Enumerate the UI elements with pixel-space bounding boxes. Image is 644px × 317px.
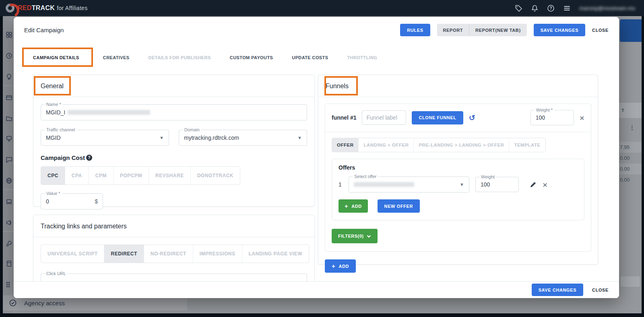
filters-button[interactable]: FILTERS(0): [332, 229, 378, 243]
offer-weight-label: Weight: [479, 174, 496, 179]
notifications-bell-icon[interactable]: [531, 4, 539, 12]
publisher-megaphone-icon[interactable]: [6, 219, 12, 226]
tab-campaign-details[interactable]: CAMPAIGN DETAILS: [33, 55, 79, 60]
conversations-chat-icon[interactable]: [6, 156, 12, 163]
edit-offer-pencil-icon[interactable]: [530, 181, 537, 188]
cost-value-field[interactable]: Value * 0 $: [41, 193, 103, 209]
chevron-down-icon: [367, 234, 371, 238]
cost-type-popcpm[interactable]: POPCPM: [114, 167, 149, 184]
landing-pages-icon[interactable]: [6, 135, 12, 142]
cost-type-cpa[interactable]: CPA: [65, 167, 89, 184]
edit-campaign-modal: Edit Campaign RULES REPORT REPORT(NEW TA…: [14, 17, 619, 298]
cost-type-cpc[interactable]: CPC: [41, 167, 65, 184]
help-icon[interactable]: ?: [547, 4, 555, 12]
background-table-value: 7.95: [619, 142, 642, 153]
reset-funnel-icon[interactable]: ↺: [469, 114, 475, 122]
tab-details-for-publishers[interactable]: DETAILS FOR PUBLISHERS: [149, 55, 211, 60]
add-offer-button[interactable]: + ADD: [339, 199, 368, 213]
offers-title: Offers: [339, 164, 578, 171]
kebab-menu-icon: ⋮: [629, 124, 635, 131]
new-offer-button[interactable]: NEW OFFER: [378, 199, 420, 213]
path-tab-prelanding-landing-offer[interactable]: PRE-LANDING > LANDING > OFFER: [414, 138, 509, 152]
campaign-name-field[interactable]: Name * MGID_I: [41, 104, 307, 120]
value-field-value: 0: [46, 198, 49, 205]
clone-funnel-button[interactable]: CLONE FUNNEL: [412, 111, 463, 124]
dashboard-icon[interactable]: [6, 31, 12, 38]
save-changes-button-bottom[interactable]: SAVE CHANGES: [532, 284, 583, 296]
funnel-card: funnel #1 CLONE FUNNEL ↺ Weight * 100 × …: [325, 104, 591, 252]
report-button[interactable]: REPORT: [437, 24, 469, 36]
modal-footer: SAVE CHANGES CLOSE: [14, 281, 619, 298]
tracking-funnel-icon[interactable]: [6, 73, 12, 80]
user-email[interactable]: marcinp@mostream.mo: [579, 5, 635, 11]
domain-label: Domain: [183, 127, 201, 132]
billing-calculator-icon[interactable]: [6, 260, 12, 267]
cost-type-group: CPC CPA CPM POPCPM REVSHARE DONOTTRACK: [41, 166, 240, 185]
path-tab-offer[interactable]: OFFER: [332, 138, 359, 152]
tracking-tab-impressions[interactable]: IMPRESSIONS: [193, 245, 242, 263]
path-tab-template[interactable]: TEMPLATE: [509, 138, 545, 152]
sidebar-ghost: [3, 16, 15, 313]
tracking-tab-universal-script[interactable]: UNIVERSAL SCRIPT: [41, 245, 104, 263]
tools-wrench-icon[interactable]: [6, 240, 12, 247]
domain-select[interactable]: Domain mytracking.rdtrck.com ▼: [179, 130, 307, 146]
check-circle-icon: [9, 299, 17, 307]
close-button-top[interactable]: CLOSE: [592, 28, 609, 33]
select-offer-dropdown[interactable]: Select offer ▼: [349, 176, 469, 193]
path-tab-landing-offer[interactable]: LANDING > OFFER: [359, 138, 414, 152]
tracking-tab-no-redirect[interactable]: NO-REDIRECT: [144, 245, 193, 263]
campaigns-card-icon[interactable]: [6, 94, 12, 101]
history-clock-icon[interactable]: [6, 52, 12, 59]
background-table-value: 0.00: [619, 174, 642, 185]
tab-throttling[interactable]: THROTTLING: [347, 55, 377, 60]
campaign-cost-title: Campaign Cost: [41, 154, 85, 161]
background-table-value: 0.00: [619, 153, 642, 164]
remove-offer-icon[interactable]: ×: [543, 180, 547, 189]
funnel-weight-field[interactable]: Weight * 100: [530, 110, 574, 125]
select-offer-label: Select offer: [353, 174, 378, 179]
offer-index: 1: [339, 181, 343, 188]
currency-symbol: $: [95, 198, 98, 205]
redtrack-logo[interactable]: REDTRACKfor Affiliates: [6, 4, 88, 12]
add-funnel-button[interactable]: + ADD: [325, 259, 356, 273]
tab-creatives[interactable]: CREATIVES: [103, 55, 130, 60]
save-changes-button-top[interactable]: SAVE CHANGES: [534, 24, 585, 36]
general-section: General Name * MGID_I Traffic channel MG…: [33, 75, 315, 207]
menu-icon[interactable]: [563, 4, 571, 12]
campaign-cost-help-icon[interactable]: ?: [86, 155, 92, 161]
click-url-label: Click URL: [45, 271, 68, 276]
background-table-header-fragment: T: [619, 103, 642, 118]
remove-funnel-icon[interactable]: ×: [580, 114, 584, 122]
traffic-channel-select[interactable]: Traffic channel MGID ▼: [41, 130, 169, 146]
devices-laptop-icon[interactable]: [6, 198, 12, 205]
tags-icon[interactable]: [515, 4, 522, 12]
tab-update-costs[interactable]: UPDATE COSTS: [292, 55, 328, 60]
network-globe-icon[interactable]: [6, 177, 12, 184]
brand-track: TRACK: [32, 4, 55, 11]
chevron-down-icon: ▼: [460, 182, 464, 187]
tracking-tab-redirect[interactable]: REDIRECT: [104, 245, 144, 263]
modal-tab-bar: CAMPAIGN DETAILS CREATIVES DETAILS FOR P…: [14, 45, 619, 70]
report-new-tab-button[interactable]: REPORT(NEW TAB): [469, 24, 527, 36]
apps-grid-icon[interactable]: [6, 281, 12, 288]
tracking-links-section: Tracking links and parameters UNIVERSAL …: [33, 215, 315, 282]
add-funnel-label: ADD: [339, 264, 349, 269]
rules-button[interactable]: RULES: [400, 24, 430, 36]
tab-custom-payouts[interactable]: CUSTOM PAYOUTS: [230, 55, 273, 60]
background-button-fragment: [620, 19, 642, 42]
offers-folder-icon[interactable]: [6, 115, 12, 122]
cost-type-cpm[interactable]: CPM: [89, 167, 114, 184]
agency-access-label: Agency access: [24, 300, 65, 307]
funnel-name: funnel #1: [332, 114, 356, 121]
background-element-fragment: [621, 276, 640, 287]
close-button-bottom[interactable]: CLOSE: [592, 288, 609, 292]
redtrack-logo-icon: [6, 4, 14, 12]
top-navigation-bar: REDTRACKfor Affiliates ? marcinp@mostrea…: [0, 0, 644, 16]
modal-title: Edit Campaign: [24, 27, 64, 33]
cost-type-donottrack[interactable]: DONOTTRACK: [191, 167, 240, 184]
name-field-value: MGID_I: [46, 109, 65, 116]
cost-type-revshare[interactable]: REVSHARE: [149, 167, 191, 184]
funnel-label-input[interactable]: [362, 110, 406, 125]
offer-weight-field[interactable]: Weight 100: [475, 177, 519, 192]
tracking-tab-landing-page-view[interactable]: LANDING PAGE VIEW: [242, 245, 309, 263]
